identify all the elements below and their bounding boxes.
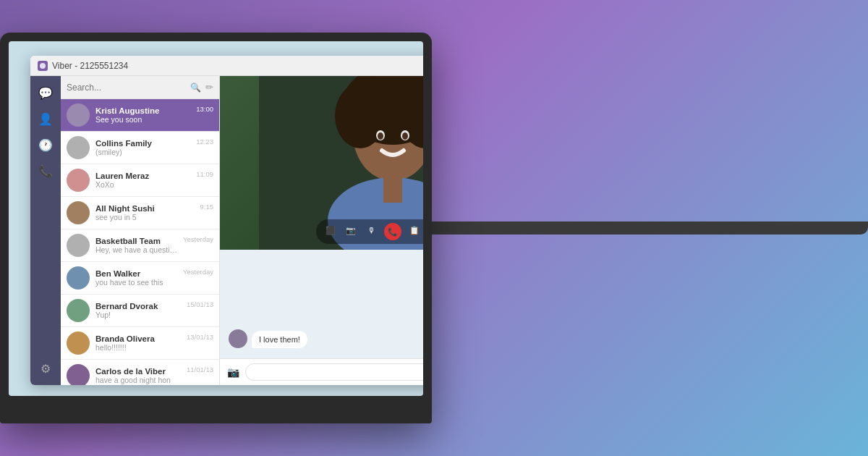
- contact-info: Bernard DvorakYup!: [95, 302, 184, 319]
- contact-avatar: [67, 299, 90, 322]
- contact-name: Collins Family: [95, 139, 193, 148]
- window-body: 💬 👤 🕐 📞 ⚙: [30, 76, 423, 385]
- contact-name: Bernard Dvorak: [95, 302, 184, 311]
- text-message-bubble: I love them!: [252, 331, 307, 348]
- search-input[interactable]: [67, 83, 186, 93]
- sidebar-item-calls[interactable]: 📞: [35, 160, 56, 182]
- chat-icon: 💬: [38, 86, 53, 100]
- contact-preview: have a good night hon: [95, 376, 184, 384]
- settings-icon: ⚙: [41, 362, 51, 376]
- message-text: I love them!: [259, 335, 300, 344]
- viber-logo-small: [38, 61, 48, 71]
- sidebar-item-chats[interactable]: 💬: [35, 82, 56, 104]
- video-on-btn[interactable]: 📷: [344, 223, 358, 237]
- search-icon[interactable]: 🔍: [190, 83, 201, 93]
- contact-info: Carlos de la Viberhave a good night hon: [95, 367, 184, 384]
- contact-info: Collins Family(smiley): [95, 139, 193, 156]
- sidebar-icons: 💬 👤 🕐 📞 ⚙: [30, 76, 61, 385]
- contact-item[interactable]: Carlos de la Viberhave a good night hon1…: [61, 360, 219, 385]
- contact-name: Branda Olivera: [95, 334, 184, 343]
- contact-name: Lauren Meraz: [95, 172, 193, 180]
- contact-avatar: [67, 169, 90, 192]
- message-avatar: [229, 329, 247, 348]
- contact-preview: See you soon: [95, 115, 193, 124]
- contact-name: Kristi Augustine: [95, 106, 193, 115]
- contact-time: 12:23: [196, 138, 213, 145]
- contact-preview: hello!!!!!!!: [95, 343, 184, 352]
- contact-list: 🔍 ✏ Kristi AugustineSee you soon13:00Col…: [61, 76, 220, 385]
- contact-time: 11/01/13: [187, 366, 213, 373]
- chat-area: ⬛ 📷 🎙 📞 📋 📶 ⤢: [220, 76, 423, 385]
- svg-point-0: [40, 63, 46, 69]
- input-bar: 📷: [220, 358, 423, 385]
- svg-rect-14: [383, 174, 402, 203]
- contact-time: 13/01/13: [187, 333, 213, 341]
- phone-icon: 📞: [38, 164, 53, 178]
- video-off-btn[interactable]: ⬛: [323, 223, 338, 237]
- sidebar-item-recents[interactable]: 🕐: [35, 134, 56, 156]
- contact-item[interactable]: Basketball TeamHey, we have a question a…: [61, 229, 219, 262]
- title-bar: Viber - 2125551234 ×: [30, 56, 423, 76]
- contact-item[interactable]: Collins Family(smiley)12:23: [61, 132, 219, 164]
- contact-info: All Night Sushisee you in 5: [95, 204, 197, 221]
- contact-info: Kristi AugustineSee you soon: [95, 106, 193, 124]
- contact-time: Yesterday: [183, 268, 213, 276]
- contact-name: Basketball Team: [95, 237, 180, 245]
- contact-item[interactable]: All Night Sushisee you in 59:15: [61, 197, 219, 229]
- svg-point-11: [378, 132, 383, 140]
- contact-time: 9:15: [200, 203, 214, 211]
- clock-icon: 🕐: [38, 138, 53, 152]
- incoming-message-row: I love them!: [229, 329, 423, 348]
- contact-preview: you have to see this: [95, 278, 180, 287]
- compose-icon[interactable]: ✏: [205, 82, 213, 93]
- contact-item[interactable]: Branda Oliverahello!!!!!!!13/01/13: [61, 327, 219, 360]
- contact-info: Ben Walkeryou have to see this: [95, 269, 180, 287]
- svg-point-12: [402, 132, 408, 140]
- contact-name: All Night Sushi: [95, 204, 197, 213]
- contact-preview: Yup!: [95, 311, 184, 319]
- message-input[interactable]: [245, 363, 423, 381]
- contact-info: Lauren MerazXoXo: [95, 172, 193, 189]
- contact-avatar: [67, 332, 90, 355]
- search-bar: 🔍 ✏: [61, 76, 219, 99]
- messages-area: ✔ Delivered I love them!: [220, 250, 423, 358]
- share-btn[interactable]: 📋: [407, 223, 422, 237]
- contact-avatar: [67, 234, 90, 257]
- contact-preview: see you in 5: [95, 213, 197, 221]
- call-controls-bar: ⬛ 📷 🎙 📞 📋 📶 ⤢: [316, 219, 423, 244]
- sidebar-item-contacts[interactable]: 👤: [35, 108, 56, 130]
- contact-item[interactable]: Bernard DvorakYup!15/01/13: [61, 295, 219, 327]
- contact-name: Carlos de la Viber: [95, 367, 184, 376]
- contact-avatar: [67, 364, 90, 385]
- contact-name: Ben Walker: [95, 269, 180, 278]
- contact-time: Yesterday: [183, 235, 213, 243]
- contact-preview: XoXo: [95, 180, 193, 189]
- viber-window: Viber - 2125551234 × 💬 👤 🕐: [30, 56, 423, 385]
- laptop-base: [410, 221, 868, 235]
- laptop-screen: Viber - 2125551234 × 💬 👤 🕐: [9, 41, 423, 396]
- contact-preview: (smiley): [95, 148, 193, 156]
- camera-icon[interactable]: 📷: [227, 366, 239, 378]
- contact-time: 15/01/13: [187, 300, 213, 308]
- contact-item[interactable]: Ben Walkeryou have to see thisYesterday: [61, 262, 219, 295]
- contacts-icon: 👤: [38, 112, 53, 126]
- contacts-container: Kristi AugustineSee you soon13:00Collins…: [61, 99, 219, 385]
- contact-item[interactable]: Kristi AugustineSee you soon13:00: [61, 99, 219, 132]
- window-title: Viber - 2125551234: [52, 61, 423, 71]
- contact-avatar: [67, 136, 90, 159]
- sidebar-item-settings[interactable]: ⚙: [35, 358, 56, 379]
- end-call-btn[interactable]: 📞: [384, 223, 401, 240]
- contact-item[interactable]: Lauren MerazXoXo11:09: [61, 164, 219, 197]
- contact-avatar: [67, 266, 90, 290]
- contact-avatar: [67, 104, 90, 127]
- contact-info: Basketball TeamHey, we have a question a…: [95, 237, 180, 254]
- contact-time: 13:00: [196, 105, 213, 113]
- contact-preview: Hey, we have a question about: [95, 245, 180, 254]
- mic-btn[interactable]: 🎙: [364, 223, 378, 237]
- video-call-section: ⬛ 📷 🎙 📞 📋 📶 ⤢: [220, 76, 423, 250]
- contact-avatar: [67, 201, 90, 224]
- contact-time: 11:09: [196, 170, 213, 178]
- laptop-shell: Viber - 2125551234 × 💬 👤 🕐: [0, 33, 432, 423]
- contact-info: Branda Oliverahello!!!!!!!: [95, 334, 184, 352]
